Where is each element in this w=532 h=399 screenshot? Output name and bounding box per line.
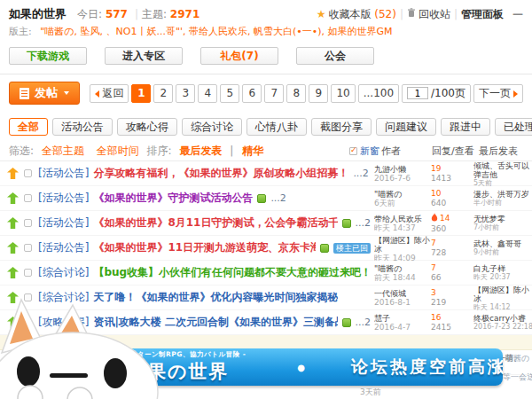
favorite-link[interactable]: 收藏本版 (52): [328, 7, 395, 22]
thread-pages[interactable]: ...2: [356, 217, 372, 229]
thread-title[interactable]: 《如果的世界》守护测试活动公告: [93, 191, 253, 206]
back-button[interactable]: 返回: [90, 84, 129, 103]
filter-all-topics[interactable]: 全部主题: [42, 145, 84, 157]
thread-checkbox[interactable]: [24, 169, 32, 177]
refresh-icon[interactable]: [76, 337, 85, 348]
banner-slogan: 论坛热度空前高涨: [351, 356, 503, 379]
thread-author: 带给人民欢乐昨天 14:37: [374, 215, 431, 232]
page-button-last[interactable]: ...100: [358, 84, 399, 103]
page-button-10[interactable]: 10: [331, 84, 355, 103]
chevron-down-icon: [64, 91, 69, 95]
tab-suggestions[interactable]: 问题建议: [376, 118, 436, 136]
thread-title[interactable]: 【bug收集】小伙伴们有任何问题都不要大意的砸过来吧！: [93, 265, 371, 280]
divider: |: [400, 8, 403, 20]
thread-author: 一代倾城2016-8-1: [374, 289, 431, 307]
thread-title[interactable]: 《如果的世界》8月11日守护测试，公会争霸活动千元卡密~！~: [93, 215, 337, 231]
tab-screenshots[interactable]: 截图分享: [311, 118, 372, 136]
thread-lastpost: 无忧梦零7小时前: [473, 215, 532, 232]
thread-counts: 10640: [431, 189, 473, 208]
guild-button[interactable]: 公会: [296, 47, 374, 65]
hot-fire-icon: [431, 213, 438, 224]
thread-checkbox[interactable]: [24, 269, 32, 277]
pinned-arrow-icon: [7, 192, 19, 204]
table-row: [活动公告] 《如果的世界》8月11日守护测试，公会争霸活动千元卡密~！~ ..…: [0, 211, 532, 236]
next-page-button[interactable]: 下一页: [473, 84, 523, 103]
thread-main: [活动公告] 《如果的世界》11日开测九游送萌宠、京东卡海量福利 楼主已回: [38, 240, 374, 255]
thread-title[interactable]: 分享攻略有福利，《如果的世界》原创攻略小组招募！: [93, 166, 348, 181]
thread-pages[interactable]: ...2: [356, 317, 372, 328]
attachment-icon: [257, 194, 266, 203]
thread-checkbox[interactable]: [24, 194, 32, 202]
new-post-label: 发帖: [35, 85, 58, 101]
tab-in-progress[interactable]: 跟进中: [441, 118, 490, 136]
thread-tag[interactable]: [活动公告]: [38, 166, 89, 181]
collapse-button[interactable]: —: [512, 8, 523, 20]
page-jump-input[interactable]: [407, 87, 428, 99]
tab-all[interactable]: 全部: [9, 118, 48, 136]
page-button-4[interactable]: 4: [198, 84, 217, 103]
filter-digest[interactable]: 精华: [242, 145, 263, 157]
forum-title: 如果的世界: [9, 6, 66, 22]
new-post-button[interactable]: 发帖: [9, 82, 80, 105]
op-replied-badge: 楼主已回: [333, 243, 371, 254]
category-tabs: 全部 活动公告 攻略心得 综合讨论 心情八卦 截图分享 问题建议 跟进中 已处理: [0, 113, 532, 140]
page-button-6[interactable]: 6: [242, 84, 262, 103]
download-game-button[interactable]: 下载游戏: [9, 47, 87, 65]
page-button-3[interactable]: 3: [176, 84, 195, 103]
column-header-author: 作者: [381, 145, 401, 158]
divider: |: [230, 145, 233, 157]
thread-checkbox[interactable]: [24, 358, 32, 366]
divider: |: [454, 8, 458, 20]
page-button-9[interactable]: 9: [309, 84, 328, 103]
thread-title[interactable]: 资讯|攻略大楼 二次元回合制《如果的世界》三测备战中: [93, 315, 337, 330]
moderators-names[interactable]: "喵酱の, 坠风, 、NO1丨妖...哥"', 带给人民欢乐, 帆雪大白(•一•…: [40, 26, 392, 37]
thread-counts: 162415: [431, 313, 473, 332]
admin-panel-link[interactable]: 管理面板: [461, 7, 504, 22]
thread-tag[interactable]: [活动公告]: [38, 215, 89, 231]
page-button-5[interactable]: 5: [220, 84, 239, 103]
thread-checkbox[interactable]: [24, 219, 32, 227]
new-window-toggle[interactable]: 新窗: [349, 145, 379, 158]
thread-tag[interactable]: [综合讨论]: [38, 265, 89, 280]
recycle-link[interactable]: 回收站: [419, 7, 450, 22]
page-button-2[interactable]: 2: [153, 84, 173, 103]
thread-pages[interactable]: ...2: [353, 168, 369, 179]
filter-all-time[interactable]: 全部时间: [97, 145, 139, 157]
thread-tag[interactable]: [攻略心得]: [38, 315, 89, 330]
page-total-label: /100页: [431, 86, 466, 101]
new-post-icon: [20, 88, 29, 99]
tab-mood[interactable]: 心情八卦: [246, 118, 307, 136]
thread-checkbox[interactable]: [24, 318, 32, 326]
thread-main: [综合讨论] 天了噜！《如果的世界》优化内容曝光时间独家揭秘: [38, 290, 374, 305]
thread-tag[interactable]: [活动公告]: [38, 240, 89, 255]
gift-pack-button[interactable]: 礼包(7): [200, 47, 278, 65]
game-action-buttons: 下载游戏 进入专区 礼包(7) 公会: [0, 40, 532, 74]
tab-announcements[interactable]: 活动公告: [52, 118, 113, 136]
sort-last-reply[interactable]: 最后发表: [179, 145, 222, 157]
arrow-right-icon: [513, 90, 518, 98]
thread-tag[interactable]: [活动公告]: [38, 191, 89, 206]
thread-checkbox[interactable]: [24, 244, 32, 252]
tab-discussion[interactable]: 综合讨论: [182, 118, 242, 136]
tab-guides[interactable]: 攻略心得: [117, 118, 177, 136]
page-button-8[interactable]: 8: [286, 84, 306, 103]
thread-title[interactable]: 《如果的世界》11日开测九游送萌宠、京东卡海量福利: [93, 240, 316, 255]
promo-banner[interactable]: - 二次元ターン制RPG、協力バトル冒険 - 如果の世界 ● 论坛热度空前高涨: [78, 348, 503, 386]
filter-row: 筛选: 全部主题 全部时间 排序: 最后发表 | 精华 新窗 作者 回复/查看 …: [0, 140, 532, 161]
enter-zone-button[interactable]: 进入专区: [105, 47, 183, 65]
thread-list: [活动公告] 分享攻略有福利，《如果的世界》原创攻略小组招募！ ...2 九游小…: [0, 161, 532, 375]
moderators-line: 版主: "喵酱の, 坠风, 、NO1丨妖...哥"', 带给人民欢乐, 帆雪大白…: [0, 22, 532, 40]
tab-resolved[interactable]: 已处理: [495, 118, 532, 136]
topics-stat: 主题: 2971: [142, 7, 200, 22]
thread-title[interactable]: 天了噜！《如果的世界》优化内容曝光时间独家揭秘: [93, 290, 338, 305]
page-button-7[interactable]: 7: [264, 84, 284, 103]
moderators-label: 版主:: [9, 26, 32, 37]
page-button-1[interactable]: 1: [131, 84, 151, 103]
thread-pages[interactable]: ...2: [270, 192, 286, 204]
thread-checkbox[interactable]: [24, 293, 32, 301]
column-header-lastpost: 最后发表: [479, 145, 518, 158]
thread-tag[interactable]: [综合讨论]: [38, 290, 89, 305]
hidden-row-lastpost-fragment: 等一会送呀: [503, 372, 532, 383]
pinned-arrow-icon: [7, 317, 19, 328]
thread-counts: 7728: [431, 239, 473, 258]
